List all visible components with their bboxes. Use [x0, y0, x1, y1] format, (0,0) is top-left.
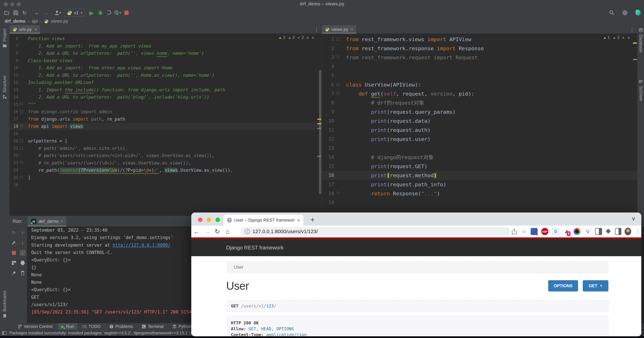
code-line-8[interactable]: 8 2. Add a URL to urlpatterns: path('', … [10, 50, 322, 57]
close-tab-icon[interactable]: × [297, 217, 300, 223]
stop-icon[interactable] [11, 250, 17, 256]
ide-plugin-logo-icon[interactable] [634, 9, 642, 17]
zoom-window-icon[interactable] [216, 218, 220, 222]
browser-profile-avatar[interactable] [624, 227, 632, 236]
code-line-2[interactable]: 2from rest_framework.response import Res… [322, 44, 637, 53]
code-line-13[interactable]: 13 [322, 144, 637, 153]
code-line-10[interactable]: 10 1. Add an import: from other_app.view… [10, 64, 322, 72]
open-folder-icon[interactable] [3, 9, 12, 17]
code-line-11[interactable]: 11 2. Add a URL to urlpatterns: path('',… [10, 72, 322, 79]
browser-window-controls[interactable] [198, 218, 220, 222]
sidebar-toggle-icon[interactable] [615, 228, 621, 235]
extensions-puzzle-icon[interactable] [605, 228, 612, 235]
browser-reload-icon[interactable]: ↻ [212, 228, 222, 235]
breadcrumb-file[interactable]: views.py [51, 19, 68, 24]
editor-scrollbar[interactable] [319, 70, 321, 194]
sidebar-item-bookmarks[interactable]: Bookmarks [0, 291, 9, 318]
code-line-19[interactable]: 19 [322, 198, 637, 207]
inspection-item[interactable]: ∧ [622, 35, 624, 40]
inspection-item[interactable]: ∨ [312, 35, 314, 40]
code-line-17[interactable]: 17from django.urls import path, re_path [10, 116, 322, 123]
code-line-24[interactable]: 24 re_path('users/(?P<version>\w+)/(?P<p… [10, 167, 322, 174]
build-settings-icon[interactable] [11, 240, 17, 246]
code-line-15[interactable]: 15""" [10, 101, 322, 108]
code-line-7[interactable]: 7 def get(self, request, version, pid): [322, 89, 637, 98]
down-icon[interactable]: ↓ [20, 240, 26, 246]
tab-overflow-chevron-icon[interactable]: ∨ [632, 215, 636, 222]
code-line-8[interactable]: 8 # drf的request对象 [322, 98, 637, 107]
back-icon[interactable]: ← [32, 9, 41, 17]
fold-marker-icon[interactable] [336, 92, 340, 95]
code-line-20[interactable]: 20urlpatterns = [ [10, 137, 322, 145]
tool-window-toggle-icon[interactable] [2, 331, 7, 335]
settings-gear-icon[interactable] [620, 9, 629, 17]
code-line-16[interactable]: 16 print(request.method) [322, 171, 637, 180]
colorzilla-extension-icon[interactable] [574, 228, 580, 235]
sidebar-item-structure[interactable]: Structure [0, 76, 9, 99]
server-url-link[interactable]: http://127.0.0.1:8000/ [112, 243, 170, 248]
sync-icon[interactable]: ↻ [20, 9, 29, 17]
stop-button[interactable] [122, 9, 131, 17]
code-line-26[interactable]: 26 [10, 181, 322, 189]
site-info-icon[interactable]: i [245, 229, 250, 234]
bookmark-star-icon[interactable]: ☆ [521, 228, 528, 235]
fold-marker-icon[interactable] [20, 110, 23, 113]
drf-brand[interactable]: Django REST framework [226, 245, 284, 251]
sidebar-item-sciview[interactable]: SciView [638, 80, 644, 101]
run-button[interactable]: ▶ [87, 9, 96, 17]
fold-marker-icon[interactable] [20, 147, 23, 150]
code-line-9[interactable]: 9Class-based views [10, 57, 322, 65]
vue-devtools-extension-icon[interactable]: V [584, 228, 591, 235]
options-button[interactable]: OPTIONS [548, 280, 578, 291]
up-icon[interactable]: ↑ [20, 230, 26, 236]
tab-options-icon[interactable]: ⋮ [630, 27, 634, 32]
share-icon[interactable] [511, 228, 518, 235]
code-line-4[interactable]: 4 [322, 62, 637, 71]
tool-window-button-problems[interactable]: Problems [106, 323, 136, 330]
browser-tab[interactable]: User – Django REST framework × [224, 215, 303, 226]
code-line-15[interactable]: 15 print(request.GET) [322, 162, 637, 171]
code-line-12[interactable]: 12Including another URLconf [10, 79, 322, 86]
forward-icon[interactable]: → [41, 9, 50, 17]
code-line-22[interactable]: 22 # path('users/<str:version>/<int:pid>… [10, 152, 322, 159]
sidebar-item-project[interactable]: Project [0, 29, 9, 47]
code-line-12[interactable]: 12 print(request.user) [322, 134, 637, 144]
code-area[interactable]: 1from rest_framework.views import APIVie… [322, 34, 637, 216]
inspection-item[interactable]: ∧ [306, 35, 309, 40]
fold-marker-icon[interactable] [20, 161, 23, 164]
inspection-item[interactable]: ▲ 2 [278, 35, 285, 40]
code-line-9[interactable]: 9 print(request.query_params) [322, 107, 637, 116]
debug-button[interactable] [96, 9, 105, 17]
fold-marker-icon[interactable] [336, 56, 340, 58]
breadcrumb-package[interactable]: api [32, 19, 38, 24]
address-bar[interactable]: i 127.0.0.1:8000/users/v1/123/ [241, 227, 510, 236]
inspection-item[interactable]: ∨ [628, 35, 630, 40]
run-tab-def-demo[interactable]: dj def_demo × [28, 216, 66, 226]
inspection-item[interactable]: ▲ 2 [288, 35, 295, 40]
browser-forward-icon[interactable]: → [202, 228, 212, 235]
sidebar-item-database[interactable]: Database [638, 28, 644, 53]
inspections-widget[interactable]: ▲ 2▲ 2✔ 2∧∨ [278, 35, 314, 40]
url-text[interactable]: 127.0.0.1:8000/users/v1/123/ [252, 229, 318, 234]
inspection-item[interactable]: ▲ 1 [603, 35, 610, 40]
tool-window-button-run[interactable]: ▶Run [58, 323, 77, 330]
run-configuration-select[interactable]: v1 ▾ [64, 9, 85, 17]
get-button[interactable]: GET▼ [583, 280, 608, 291]
code-line-21[interactable]: 21 # path('admin/', admin.site.urls), [10, 145, 322, 152]
new-tab-button[interactable]: + [310, 216, 315, 224]
inspections-widget[interactable]: ▲ 1▲ 3∧∨ [603, 35, 630, 40]
browser-back-icon[interactable]: ← [191, 228, 202, 235]
close-icon[interactable]: × [34, 27, 37, 32]
code-line-6[interactable]: 6Function views [10, 35, 322, 43]
user-profile-icon[interactable]: ▾ [53, 9, 62, 17]
browser-menu-icon[interactable]: ⋮ [634, 228, 641, 235]
drf-breadcrumb[interactable]: User [227, 261, 608, 273]
tool-window-button-terminal[interactable]: Terminal [138, 323, 167, 330]
tab-options-icon[interactable]: ⋮ [314, 27, 319, 32]
code-line-14[interactable]: 14 2. Add a URL to urlpatterns: path('bl… [10, 94, 322, 101]
pin-icon[interactable] [11, 270, 17, 276]
code-line-3[interactable]: 3from rest_framework.request import Requ… [322, 53, 637, 62]
breadcrumb-project[interactable]: drf_demo [5, 19, 25, 24]
honey-extension-icon[interactable]: z [563, 228, 570, 235]
inspection-item[interactable]: ▲ 3 [612, 35, 619, 40]
